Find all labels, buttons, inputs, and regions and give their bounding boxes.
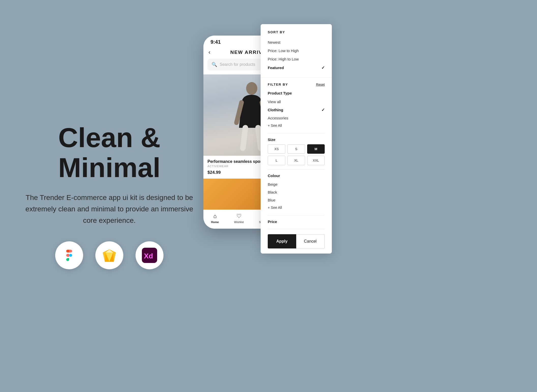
size-m[interactable]: M	[307, 144, 325, 154]
size-title: Size	[268, 137, 325, 142]
filter-clothing[interactable]: Clothing ✓	[268, 106, 325, 114]
sort-featured-label: Featured	[268, 66, 284, 70]
nav-home[interactable]: ⌂ Home	[211, 213, 219, 224]
filter-view-all[interactable]: View all	[268, 98, 325, 106]
figma-icon-container	[55, 241, 83, 269]
size-s[interactable]: S	[287, 144, 305, 154]
xd-icon: Xd	[142, 248, 157, 263]
figma-icon	[62, 248, 76, 262]
search-input[interactable]: Search for products	[220, 62, 255, 67]
sort-newest[interactable]: Newest	[268, 38, 325, 46]
filter-accessories[interactable]: Accessories	[268, 114, 325, 122]
beige-label: Beige	[268, 182, 277, 186]
filter-blue[interactable]: Blue	[268, 196, 325, 204]
filter-black[interactable]: Black	[268, 188, 325, 196]
subtitle: The Trender E-commerce app ui kit is des…	[20, 192, 198, 226]
size-section: Size XS S M L XL XXL	[268, 137, 325, 165]
sketch-icon-container	[95, 241, 123, 269]
divider-1	[268, 133, 325, 133]
size-l[interactable]: L	[268, 156, 285, 165]
sort-price-high-label: Price: High to Low	[268, 57, 299, 61]
blue-label: Blue	[268, 198, 275, 202]
wishlist-icon: ♡	[236, 213, 242, 219]
product-type-title: Product Type	[268, 91, 325, 95]
filter-header: FILTER BY Reset	[268, 83, 325, 86]
price-title: Price	[268, 219, 325, 224]
sort-newest-label: Newest	[268, 40, 280, 44]
size-xl[interactable]: XL	[287, 156, 305, 165]
nav-wishlist[interactable]: ♡ Wishlist	[234, 213, 244, 224]
back-button[interactable]: ‹	[208, 49, 210, 56]
black-label: Black	[268, 190, 277, 194]
action-buttons: Apply Cancel	[268, 229, 325, 248]
clothing-checkmark: ✓	[321, 107, 325, 112]
sketch-icon	[102, 248, 117, 263]
phone-time: 9:41	[211, 39, 221, 45]
search-icon: 🔍	[212, 62, 217, 67]
filter-beige[interactable]: Beige	[268, 180, 325, 188]
main-title: Clean & Minimal	[20, 123, 198, 183]
price-section: Price	[268, 219, 325, 224]
apply-button[interactable]: Apply	[268, 234, 296, 248]
product-type-section: Product Type View all Clothing ✓ Accesso…	[268, 91, 325, 129]
colour-section: Colour Beige Black Blue + See All	[268, 174, 325, 211]
home-icon: ⌂	[213, 213, 217, 219]
size-grid: XS S M L XL XXL	[268, 144, 325, 165]
filter-by-title: FILTER BY	[268, 83, 288, 86]
sort-price-high[interactable]: Price: High to Low	[268, 55, 325, 63]
divider-3	[268, 215, 325, 215]
sort-price-low-label: Price: Low to High	[268, 49, 299, 53]
left-content: Clean & Minimal The Trender E-commerce a…	[20, 123, 198, 270]
nav-home-label: Home	[211, 221, 219, 224]
size-xs[interactable]: XS	[268, 144, 285, 154]
tool-icons-row: Xd	[20, 241, 198, 269]
product-price: $24.99	[207, 170, 221, 175]
sort-price-low[interactable]: Price: Low to High	[268, 46, 325, 55]
filter-section: FILTER BY Reset Product Type View all Cl…	[261, 77, 332, 254]
colour-title: Colour	[268, 174, 325, 178]
see-all-colour[interactable]: + See All	[268, 204, 325, 211]
sort-section: SORT BY Newest Price: Low to High Price:…	[261, 24, 332, 77]
sort-featured[interactable]: Featured ✓	[268, 63, 325, 72]
nav-wishlist-label: Wishlist	[234, 221, 244, 224]
sort-by-title: SORT BY	[268, 30, 325, 34]
size-xxl[interactable]: XXL	[307, 156, 325, 165]
see-all-product-type[interactable]: + See All	[268, 122, 325, 129]
clothing-label: Clothing	[268, 108, 283, 112]
view-all-label: View all	[268, 100, 281, 104]
divider-2	[268, 169, 325, 169]
filter-panel: SORT BY Newest Price: Low to High Price:…	[261, 24, 332, 254]
cancel-button[interactable]: Cancel	[296, 234, 325, 248]
svg-point-9	[246, 82, 257, 95]
svg-text:Xd: Xd	[144, 252, 153, 260]
featured-checkmark: ✓	[321, 65, 325, 70]
xd-icon-container: Xd	[136, 241, 163, 269]
reset-button[interactable]: Reset	[316, 83, 325, 86]
accessories-label: Accessories	[268, 116, 288, 120]
